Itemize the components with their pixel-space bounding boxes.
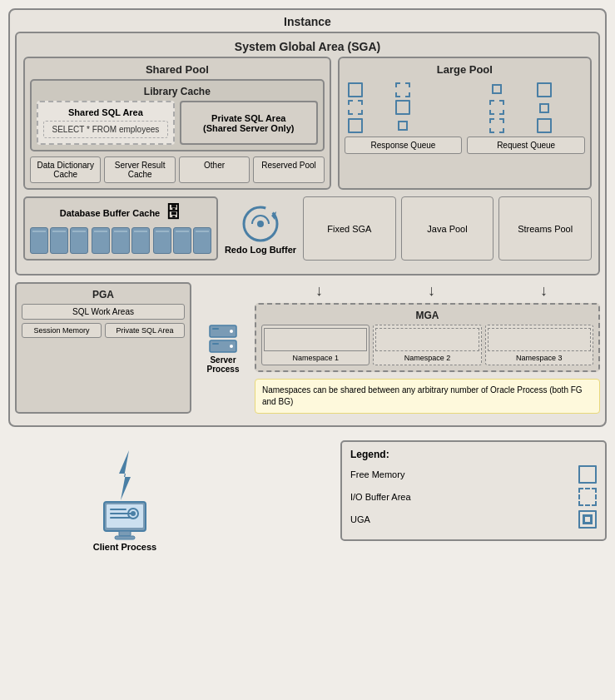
- svg-point-4: [230, 330, 233, 333]
- ns-square-1: [264, 328, 367, 351]
- pga-box: PGA SQL Work Areas Session Memory Privat…: [15, 282, 191, 414]
- library-cache: Library Cache Shared SQL Area SELECT * F…: [30, 79, 325, 151]
- legend-item-uga: UGA: [350, 510, 597, 529]
- server-process-icon: [206, 322, 240, 355]
- large-pool-title: Large Pool: [345, 63, 585, 76]
- svg-rect-7: [212, 328, 219, 330]
- db-buffer-cache: Database Buffer Cache 🗄: [23, 196, 218, 261]
- shared-pool-bottom: Data Dictionary Cache Server Result Cach…: [30, 156, 325, 183]
- redo-icon: [240, 203, 281, 245]
- pga-sql-work: SQL Work Areas: [22, 304, 185, 320]
- lp-squares-decoration: [345, 79, 585, 137]
- sga-right-cells: Fixed SGA Java Pool Streams Pool: [303, 196, 592, 261]
- db-buffer-cache-title: Database Buffer Cache 🗄: [30, 203, 211, 222]
- lp-sq-7: [489, 100, 504, 115]
- sp-cell-2: Other: [179, 156, 250, 183]
- lp-cell-0: Response Queue: [345, 137, 463, 154]
- namespace-3: Namespace 3: [485, 325, 593, 365]
- cylinder-group-1: [30, 227, 88, 254]
- sga-cell-java: Java Pool: [401, 196, 494, 261]
- namespace-note: Namespaces can be shared between any arb…: [255, 379, 600, 414]
- private-sql-area-title: Private SQL Area(Shared Server Only): [203, 113, 294, 133]
- bottom-section: PGA SQL Work Areas Session Memory Privat…: [15, 282, 600, 414]
- sql-text: SELECT * FROM employees: [43, 121, 168, 138]
- redo-log-buffer: Redo Log Buffer: [223, 196, 298, 261]
- pga-cell-session: Session Memory: [22, 323, 102, 338]
- ns-square-3: [488, 328, 591, 351]
- svg-point-6: [230, 345, 233, 348]
- legend-free-label: Free Memory: [350, 469, 404, 479]
- sga-cell-fixed: Fixed SGA: [303, 196, 396, 261]
- pga-bottom: Session Memory Private SQL Area: [22, 323, 185, 338]
- arrows-row: ↓ ↓ ↓: [255, 282, 600, 300]
- lp-sq-5: [348, 100, 363, 115]
- lp-sq-6: [395, 100, 410, 115]
- arrow-down-1: ↓: [315, 282, 323, 300]
- client-process-label: Client Process: [93, 542, 156, 552]
- lp-sq-4: [537, 82, 552, 97]
- arrow-down-3: ↓: [540, 282, 548, 300]
- legend-io-label: I/O Buffer Area: [350, 492, 411, 502]
- cylinder-group-2: [92, 227, 150, 254]
- sga-box: System Global Area (SGA) Shared Pool Lib…: [15, 32, 600, 276]
- server-process-label: Server Process: [198, 355, 248, 374]
- ns-square-2: [375, 328, 479, 351]
- cylinder-1: [30, 227, 48, 254]
- svg-rect-15: [119, 531, 131, 536]
- sp-cell-0: Data Dictionary Cache: [30, 156, 101, 183]
- mga-namespaces: Namespace 1 Namespace 2 Namespace 3: [261, 325, 593, 365]
- legend-item-io: I/O Buffer Area: [350, 488, 597, 506]
- legend-io-icon: [578, 488, 597, 506]
- svg-rect-14: [110, 517, 131, 519]
- cylinder-6: [131, 227, 150, 254]
- redo-log-buffer-title: Redo Log Buffer: [225, 245, 296, 255]
- cylinder-2: [50, 227, 68, 254]
- instance-box: Instance System Global Area (SGA) Shared…: [8, 8, 607, 427]
- mga-title: MGA: [261, 310, 593, 321]
- svg-rect-12: [110, 509, 126, 510]
- client-process-area: Client Process: [8, 434, 241, 552]
- legend-title: Legend:: [350, 449, 597, 460]
- legend-uga-icon: [578, 510, 597, 529]
- below-instance-row: Client Process Legend: Free Memory I/O B…: [8, 434, 607, 552]
- cylinder-9: [193, 227, 211, 254]
- sp-cell-3: Reserved Pool: [253, 156, 324, 183]
- pga-title: PGA: [22, 289, 185, 300]
- library-cache-title: Library Cache: [37, 86, 318, 97]
- namespace-2: Namespace 2: [373, 325, 481, 365]
- namespace-1: Namespace 1: [261, 325, 369, 365]
- lp-sq-10: [398, 121, 408, 131]
- pga-outer: PGA SQL Work Areas Session Memory Privat…: [15, 282, 248, 414]
- sp-cell-1: Server Result Cache: [104, 156, 175, 183]
- server-process: Server Process: [198, 282, 248, 414]
- lp-sq-8: [539, 103, 549, 113]
- sga-middle-row: Database Buffer Cache 🗄: [23, 196, 592, 261]
- pga-cell-private: Private SQL Area: [105, 323, 185, 338]
- sga-cell-streams: Streams Pool: [498, 196, 592, 261]
- lp-sq-3: [492, 84, 502, 94]
- svg-rect-8: [212, 343, 219, 345]
- legend-uga-label: UGA: [350, 514, 370, 524]
- large-pool-bottom: Response Queue Request Queue: [345, 137, 585, 154]
- svg-point-2: [257, 221, 264, 227]
- cylinder-3: [70, 227, 88, 254]
- mga-right-area: ↓ ↓ ↓ MGA Namespace 1 Namespace 2: [255, 282, 600, 414]
- cylinder-4: [92, 227, 110, 254]
- instance-title: Instance: [15, 15, 600, 28]
- shared-sql-area: Shared SQL Area SELECT * FROM employees: [37, 101, 175, 145]
- diagram-wrapper: Instance System Global Area (SGA) Shared…: [0, 0, 615, 700]
- legend-free-icon: [578, 465, 597, 484]
- svg-point-18: [131, 511, 136, 516]
- db-icon: 🗄: [165, 203, 181, 222]
- lightning-bolt-icon: [112, 450, 137, 500]
- private-sql-area: Private SQL Area(Shared Server Only): [180, 101, 318, 145]
- sga-title: System Global Area (SGA): [23, 40, 592, 53]
- shared-sql-area-title: Shared SQL Area: [43, 107, 168, 117]
- legend-item-free: Free Memory: [350, 465, 597, 484]
- mga-box: MGA Namespace 1 Namespace 2 Namespace: [255, 303, 600, 372]
- cylinder-5: [112, 227, 130, 254]
- lp-sq-2: [395, 82, 410, 97]
- lp-sq-11: [489, 118, 504, 133]
- sga-top-row: Shared Pool Library Cache Shared SQL Are…: [23, 57, 592, 190]
- legend-box: Legend: Free Memory I/O Buffer Area UGA: [340, 440, 607, 541]
